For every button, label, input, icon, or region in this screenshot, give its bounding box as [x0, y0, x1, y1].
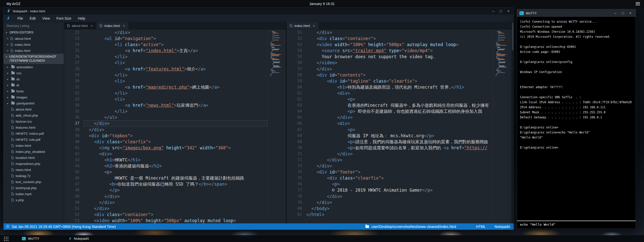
folder-item-fonts[interactable]: fonts [4, 88, 64, 94]
code-line-78[interactable]: </div> [306, 193, 493, 199]
menu-view[interactable]: View [39, 16, 53, 20]
file-item-testmysql.php[interactable]: testmysql.php [4, 185, 64, 191]
code-line-42[interactable]: <div> [84, 151, 267, 157]
code-line-41[interactable]: <img src="images/box.png" height="342" w… [84, 145, 267, 151]
open-editors-section[interactable]: OPEN EDITORS [4, 29, 64, 36]
editor-scrollbar[interactable] [511, 22, 514, 223]
launcher-icon[interactable] [4, 236, 9, 241]
file-item-news.html[interactable]: news.html [4, 167, 64, 173]
code-line-68[interactable]: 伺服器 IP 地址為： mcs.hkwtc.org</p> [306, 133, 493, 139]
file-item-index.html[interactable]: index.html [4, 143, 64, 149]
code-line-73[interactable]: </div> [306, 163, 493, 169]
code-line-80[interactable]: </body> [306, 205, 493, 212]
file-item-index.php_disabled[interactable]: index.php_disabled [4, 149, 64, 155]
tab-index.html[interactable]: index.html [287, 22, 319, 29]
taskbar-item-wstty[interactable]: WsTTY [22, 237, 39, 240]
folder-item-dl[interactable]: dl [4, 82, 64, 88]
scrollbar-thumb[interactable] [512, 23, 513, 50]
folder-item-dc[interactable]: dc [4, 76, 64, 82]
file-item-teabag.7z[interactable]: teabag.7z [4, 173, 64, 179]
code-line-51[interactable]: </div> [84, 205, 267, 212]
code-line-44[interactable]: <h2>香港的建築伺服器</h2> [84, 163, 267, 169]
close-button[interactable]: × [505, 8, 512, 14]
code-line-45[interactable]: <p> [84, 169, 267, 175]
code-line-74[interactable]: <div id="footer"> [306, 169, 493, 175]
code-line-22[interactable]: </div> [84, 29, 267, 36]
terminal-input[interactable]: echo "Hello World" [517, 221, 636, 229]
code-line-56[interactable]: </video> [306, 60, 493, 66]
code-line-79[interactable]: </div> [306, 199, 493, 205]
code-line-40[interactable]: <div class="clearfix"> [84, 139, 267, 145]
tab-about.html[interactable]: about.html [64, 22, 97, 29]
code-line-43[interactable]: <h1>HKWTC</h1> [84, 157, 267, 163]
menu-edit[interactable]: Edit [26, 16, 39, 20]
code-editor-left[interactable]: </div> <ul id="navigation"> <li class="a… [84, 29, 267, 223]
file-item-features.html[interactable]: features.html [4, 124, 64, 130]
code-line-29[interactable]: </li> [84, 72, 267, 78]
wstty-titlebar[interactable]: WsTTY – □ × [517, 9, 636, 17]
code-line-59[interactable]: <div id="tagline" class="clearfix"> [306, 78, 493, 84]
code-line-53[interactable]: <video width="100%" height="500px" autop… [306, 42, 493, 48]
code-line-67[interactable]: <p> [306, 127, 493, 133]
code-line-49[interactable]: </div> [84, 193, 267, 199]
open-editor-index.html[interactable]: index.html [4, 48, 64, 54]
code-line-38[interactable]: </div> [84, 127, 267, 133]
close-editor-icon[interactable] [6, 37, 9, 40]
code-line-28[interactable]: <a href="features.html">簡介</a> [84, 66, 267, 72]
code-line-81[interactable]: </html> [306, 212, 493, 218]
code-line-46[interactable]: HKWTC 是一個 Minecraft 的建築伺服器，主要建築計劃包括鐵路 [84, 175, 267, 181]
tree-root-folder[interactable]: USER/DESKTOP/SCREENSHOT /TEST/WWW CLEANE… [4, 54, 64, 64]
menu-font-size[interactable]: Font Size [53, 16, 75, 20]
code-line-50[interactable]: </div> [84, 199, 267, 205]
code-line-27[interactable]: <li> [84, 60, 267, 66]
terminal-output[interactable]: [info] Conencting to arozos WsTTY servic… [517, 17, 636, 221]
code-line-75[interactable]: <div class="clearfix"> [306, 175, 493, 181]
maximize-button[interactable]: □ [619, 10, 627, 16]
code-line-62[interactable]: <p> [306, 96, 493, 102]
open-editor-index.html[interactable]: index.html [4, 42, 64, 48]
code-line-64[interactable]: <p> 即使你不是建築師，你也能透過紅石師或鐵路工程師的身份加入我 [306, 108, 493, 114]
file-item-trailer.mp4[interactable]: trailer.mp4 [4, 191, 64, 197]
folder-item-images[interactable]: images [4, 94, 64, 100]
minimize-button[interactable]: – [489, 8, 497, 14]
minimize-button[interactable]: – [611, 10, 619, 16]
code-line-53[interactable]: <video width="100%" height="500px" autop… [84, 218, 267, 223]
code-line-77[interactable]: © 2018 - 2019 HKWTC Animation Gamer</p> [306, 187, 493, 193]
file-item-favicon.ico[interactable]: favicon.ico [4, 118, 64, 124]
code-line-31[interactable]: <a href="mapredirect.php">網上地圖</a> [84, 84, 267, 90]
hamburger-menu-icon[interactable] [636, 2, 640, 5]
file-item-test_sockets.php[interactable]: test_sockets.php [4, 179, 64, 185]
tab-index.html[interactable]: index.html [97, 22, 129, 29]
code-line-39[interactable]: <div id="topbox"> [84, 133, 267, 139]
close-tab-icon[interactable] [313, 24, 315, 27]
folder-item-css[interactable]: css [4, 70, 64, 76]
code-line-51[interactable]: </div> [306, 29, 493, 36]
code-line-35[interactable]: </li> [84, 108, 267, 114]
close-editor-icon[interactable] [6, 49, 9, 52]
file-item-HKWTC rule.pdf[interactable]: HKWTC rule.pdf [4, 136, 64, 143]
code-line-57[interactable]: </div> [306, 66, 493, 72]
close-button[interactable]: × [627, 10, 634, 16]
code-line-30[interactable]: <li> [84, 78, 267, 84]
code-line-60[interactable]: <h1>特別為建築及鐵路而設，現代化的 Minecraft 世界.</h1> [306, 84, 493, 90]
file-item-location.html[interactable]: location.html [4, 155, 64, 161]
file-item-HKWTC notice.pdf[interactable]: HKWTC notice.pdf [4, 130, 64, 136]
code-line-58[interactable]: <div id="contents"> [306, 72, 493, 78]
code-line-25[interactable]: <a href="index.html">主頁</a> [84, 48, 267, 54]
code-line-69[interactable]: <p>請注意，我們的伺服器為確保玩家及遊玩時的質素，我們對的服務開啟 [306, 139, 493, 145]
code-line-36[interactable]: </ul> [84, 114, 267, 120]
code-line-61[interactable]: <div> [306, 90, 493, 96]
minimap-left[interactable] [267, 29, 286, 223]
code-line-52[interactable]: <div class="container"> [306, 36, 493, 42]
close-editor-icon[interactable] [6, 43, 9, 46]
code-line-33[interactable]: <li> [84, 96, 267, 102]
code-line-70[interactable]: <p>如有問題或需要申請白名單，歡迎加入我們的 <a href="https:/… [306, 145, 493, 151]
file-item-about.html[interactable]: about.html [4, 106, 64, 112]
minimap-right[interactable] [493, 29, 511, 223]
code-line-72[interactable]: </div> [306, 157, 493, 163]
file-item-x.php[interactable]: x.php [4, 197, 64, 203]
code-line-32[interactable]: </li> [84, 90, 267, 96]
code-line-63[interactable]: 在香港的Minecraft 伺服器中，多為小遊戲和純生存的伺服器，較少擁有 [306, 102, 493, 108]
file-item-mapredirect.php[interactable]: mapredirect.php [4, 161, 64, 167]
taskbar-item-notepada[interactable]: NotepadA [68, 237, 89, 240]
